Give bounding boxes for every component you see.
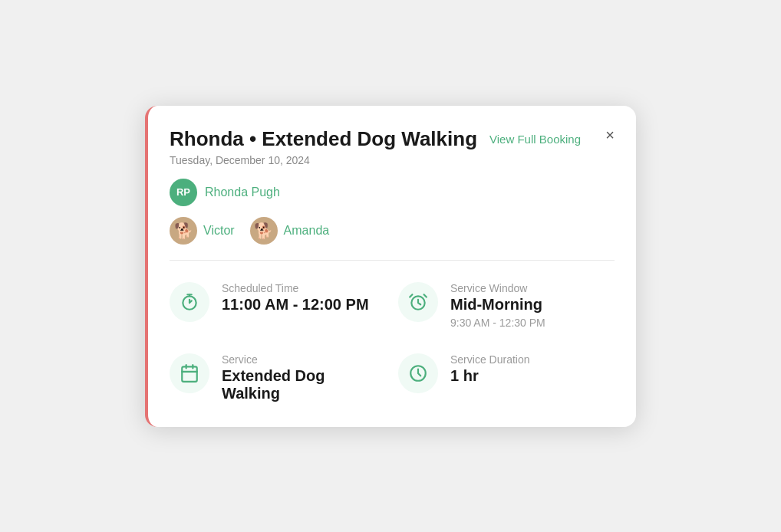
booking-date: Tuesday, December 10, 2024 — [170, 154, 581, 166]
service-window-block: Service Window Mid-Morning 9:30 AM - 12:… — [398, 282, 615, 329]
title-row: Rhonda • Extended Dog Walking View Full … — [170, 127, 581, 151]
service-window-icon-circle — [398, 282, 438, 322]
duration-content: Service Duration 1 hr — [450, 353, 530, 385]
header-title-group: Rhonda • Extended Dog Walking View Full … — [170, 127, 581, 166]
service-window-label: Service Window — [450, 282, 545, 294]
view-full-booking-link[interactable]: View Full Booking — [489, 133, 581, 146]
service-content: Service Extended Dog Walking — [222, 353, 386, 402]
service-icon-circle — [170, 353, 209, 393]
owner-avatar: RP — [170, 179, 197, 206]
duration-value: 1 hr — [450, 367, 530, 385]
scheduled-time-content: Scheduled Time 11:00 AM - 12:00 PM — [222, 282, 369, 314]
modal-body: Scheduled Time 11:00 AM - 12:00 PM Servi… — [148, 261, 636, 427]
scheduled-time-icon-circle — [170, 282, 209, 322]
svg-rect-7 — [182, 366, 197, 382]
svg-line-6 — [424, 294, 427, 297]
svg-line-5 — [410, 294, 412, 297]
pet-avatar-amanda: 🐕 — [250, 217, 278, 245]
owner-row: RP Rhonda Pugh — [170, 179, 615, 206]
service-label: Service — [222, 353, 386, 366]
pet-item-victor: 🐕 Victor — [170, 217, 235, 245]
scheduled-time-block: Scheduled Time 11:00 AM - 12:00 PM — [170, 282, 386, 329]
booking-modal: Rhonda • Extended Dog Walking View Full … — [145, 106, 636, 427]
pet-name-victor: Victor — [203, 224, 235, 238]
header-top: Rhonda • Extended Dog Walking View Full … — [170, 127, 615, 166]
calendar-icon — [180, 363, 199, 383]
pets-row: 🐕 Victor 🐕 Amanda — [170, 217, 615, 245]
scheduled-time-value: 11:00 AM - 12:00 PM — [222, 296, 369, 314]
service-value: Extended Dog Walking — [222, 367, 386, 402]
service-window-value: Mid-Morning — [450, 296, 545, 314]
close-button[interactable]: × — [596, 127, 615, 143]
pet-name-amanda: Amanda — [284, 224, 330, 238]
owner-name: Rhonda Pugh — [205, 186, 280, 199]
alarm-clock-icon — [408, 292, 428, 312]
pet-avatar-victor: 🐕 — [170, 217, 197, 245]
duration-label: Service Duration — [450, 353, 530, 366]
pet-item-amanda: 🐕 Amanda — [250, 217, 330, 245]
clock-icon — [408, 363, 428, 383]
service-block: Service Extended Dog Walking — [170, 353, 386, 402]
stopwatch-icon — [180, 292, 199, 312]
service-window-content: Service Window Mid-Morning 9:30 AM - 12:… — [450, 282, 545, 329]
scheduled-time-label: Scheduled Time — [222, 282, 369, 294]
duration-icon-circle — [398, 353, 438, 393]
booking-title: Rhonda • Extended Dog Walking — [170, 127, 477, 151]
modal-header: Rhonda • Extended Dog Walking View Full … — [148, 106, 636, 260]
duration-block: Service Duration 1 hr — [398, 353, 615, 402]
service-window-sub: 9:30 AM - 12:30 PM — [450, 317, 545, 329]
